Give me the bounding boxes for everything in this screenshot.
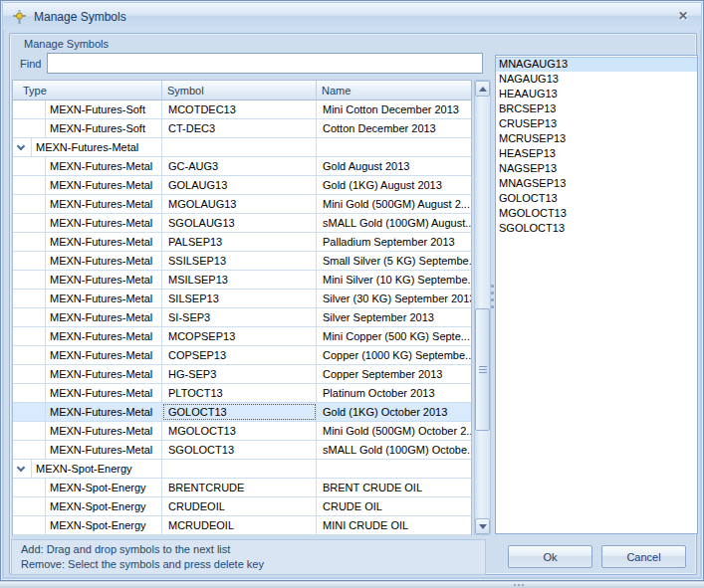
cell-symbol: COPSEP13 <box>162 346 317 364</box>
cell-name: BRENT CRUDE OIL <box>317 479 471 496</box>
table-row[interactable]: MEXN-Futures-MetalGOLAUG13Gold (1KG) Aug… <box>13 176 471 195</box>
column-header-type[interactable]: Type <box>13 81 162 99</box>
cell-symbol: CT-DEC3 <box>162 119 317 137</box>
ok-button[interactable]: Ok <box>508 545 592 568</box>
resize-grip[interactable] <box>514 584 524 586</box>
column-header-symbol[interactable]: Symbol <box>162 81 317 99</box>
table-row[interactable]: MEXN-Spot-EnergyBRENTCRUDEBRENT CRUDE OI… <box>13 479 471 497</box>
table-vertical-scrollbar[interactable] <box>474 80 491 535</box>
row-indent <box>13 327 46 345</box>
close-icon[interactable]: ✕ <box>678 9 688 23</box>
table-row[interactable]: MEXN-Futures-MetalPLTOCT13Platinum Octob… <box>13 384 471 403</box>
cell-name: Mini Silver (10 KG) Septembe... <box>317 271 471 289</box>
manage-symbols-window: Manage Symbols ✕ Manage Symbols Find Typ… <box>0 0 704 581</box>
group-label: MEXN-Spot-Energy <box>31 460 162 478</box>
table-row[interactable]: MEXN-Futures-SoftMCOTDEC13Mini Cotton De… <box>13 100 471 119</box>
group-symbol-cell <box>162 460 317 478</box>
list-item[interactable]: MCRUSEP13 <box>496 131 697 146</box>
table-row[interactable]: MEXN-Spot-EnergyCRUDEOILCRUDE OIL <box>13 497 471 516</box>
list-item[interactable]: NAGAUG13 <box>496 72 697 87</box>
cell-type: MEXN-Spot-Energy <box>46 516 162 534</box>
row-indent <box>13 119 46 137</box>
chevron-down-icon <box>17 464 25 472</box>
row-indent <box>13 422 46 440</box>
row-indent <box>13 384 46 402</box>
cell-symbol: SILSEP13 <box>162 290 317 307</box>
cell-type: MEXN-Futures-Soft <box>46 100 162 118</box>
row-indent <box>13 497 46 515</box>
scroll-down-icon[interactable] <box>475 518 490 534</box>
group-row[interactable]: MEXN-Futures-Metal <box>13 138 471 157</box>
cell-type: MEXN-Futures-Soft <box>46 119 162 137</box>
list-item[interactable]: CRUSEP13 <box>496 116 697 131</box>
group-row[interactable]: MEXN-Spot-Energy <box>13 460 471 479</box>
cell-name: Silver (30 KG) September 2013 <box>317 290 471 307</box>
cell-name: Mini Gold (500GM) August 2... <box>317 195 471 213</box>
row-indent <box>13 516 46 534</box>
cell-symbol: MGOLAUG13 <box>162 195 317 213</box>
table-row[interactable]: MEXN-Futures-MetalGOLOCT13Gold (1KG) Oct… <box>13 403 471 422</box>
list-item[interactable]: BRCSEP13 <box>496 101 697 116</box>
table-row[interactable]: MEXN-Futures-MetalSGOLOCT13sMALL Gold (1… <box>13 441 471 460</box>
scroll-up-icon[interactable] <box>475 81 490 97</box>
cell-symbol: GOLOCT13 <box>162 403 317 421</box>
row-indent <box>13 271 46 289</box>
panel-splitter[interactable] <box>491 285 494 318</box>
scrollbar-thumb[interactable] <box>475 308 490 431</box>
group-symbol-cell <box>162 138 317 156</box>
cell-name: Gold (1KG) October 2013 <box>317 403 471 421</box>
row-indent <box>13 365 46 383</box>
groupbox-title: Manage Symbols <box>24 38 109 50</box>
cancel-button[interactable]: Cancel <box>601 545 686 568</box>
cell-symbol: MSILSEP13 <box>162 271 317 289</box>
table-row[interactable]: MEXN-Futures-MetalSGOLAUG13sMALL Gold (1… <box>13 214 471 233</box>
table-row[interactable]: MEXN-Futures-SoftCT-DEC3Cotton December … <box>13 119 471 138</box>
find-input[interactable] <box>47 53 483 74</box>
table-row[interactable]: MEXN-Futures-MetalMCOPSEP13Mini Copper (… <box>13 327 471 346</box>
cell-symbol: SGOLOCT13 <box>162 441 317 459</box>
cell-type: MEXN-Futures-Metal <box>46 290 162 307</box>
cell-symbol: MGOLOCT13 <box>162 422 317 440</box>
list-item[interactable]: MGOLOCT13 <box>496 206 697 221</box>
table-row[interactable]: MEXN-Futures-MetalPALSEP13Palladium Sept… <box>13 233 471 252</box>
table-row[interactable]: MEXN-Futures-MetalMSILSEP13Mini Silver (… <box>13 271 471 290</box>
cell-name: MINI CRUDE OIL <box>317 516 471 534</box>
titlebar[interactable]: Manage Symbols ✕ <box>3 3 701 30</box>
collapse-chevron-icon[interactable] <box>13 460 31 478</box>
list-item[interactable]: MNAGSEP13 <box>496 176 697 191</box>
table-row[interactable]: MEXN-Spot-EnergyMCRUDEOILMINI CRUDE OIL <box>13 516 471 535</box>
table-row[interactable]: MEXN-Futures-MetalMGOLAUG13Mini Gold (50… <box>13 195 471 214</box>
table-row[interactable]: MEXN-Futures-MetalMGOLOCT13Mini Gold (50… <box>13 422 471 441</box>
row-indent <box>13 100 46 118</box>
window-title: Manage Symbols <box>34 10 126 24</box>
list-item[interactable]: HEASEP13 <box>496 146 697 161</box>
cell-type: MEXN-Futures-Metal <box>46 365 162 383</box>
cell-name: Cotton December 2013 <box>317 119 471 137</box>
cell-type: MEXN-Futures-Metal <box>46 195 162 213</box>
row-indent <box>13 403 46 421</box>
list-item[interactable]: HEAAUG13 <box>496 87 697 101</box>
group-name-cell <box>317 138 471 156</box>
list-item[interactable]: GOLOCT13 <box>496 191 697 206</box>
row-indent <box>13 290 46 307</box>
cell-name: sMALL Gold (100GM) August... <box>317 214 471 232</box>
collapse-chevron-icon[interactable] <box>13 138 31 156</box>
list-item[interactable]: MNAGAUG13 <box>496 57 697 72</box>
cell-name: Palladium September 2013 <box>317 233 471 251</box>
cell-type: MEXN-Futures-Metal <box>46 308 162 326</box>
table-row[interactable]: MEXN-Futures-MetalSSILSEP13Small Silver … <box>13 252 471 271</box>
column-header-name[interactable]: Name <box>317 81 471 99</box>
list-item[interactable]: NAGSEP13 <box>496 161 697 176</box>
table-row[interactable]: MEXN-Futures-MetalHG-SEP3Copper Septembe… <box>13 365 471 384</box>
instruction-add: Add: Drag and drop symbols to the next l… <box>21 542 485 557</box>
group-label: MEXN-Futures-Metal <box>31 138 162 156</box>
cell-symbol: SI-SEP3 <box>162 308 317 326</box>
table-row[interactable]: MEXN-Futures-MetalGC-AUG3Gold August 201… <box>13 157 471 176</box>
table-row[interactable]: MEXN-Futures-MetalSILSEP13Silver (30 KG)… <box>13 290 471 308</box>
table-row[interactable]: MEXN-Futures-MetalCOPSEP13Copper (1000 K… <box>13 346 471 365</box>
cell-type: MEXN-Futures-Metal <box>46 441 162 459</box>
table-row[interactable]: MEXN-Futures-MetalSI-SEP3Silver Septembe… <box>13 308 471 327</box>
list-item[interactable]: SGOLOCT13 <box>496 221 697 236</box>
cell-type: MEXN-Futures-Metal <box>46 422 162 440</box>
selected-symbols-list[interactable]: MNAGAUG13NAGAUG13HEAAUG13BRCSEP13CRUSEP1… <box>495 55 698 534</box>
